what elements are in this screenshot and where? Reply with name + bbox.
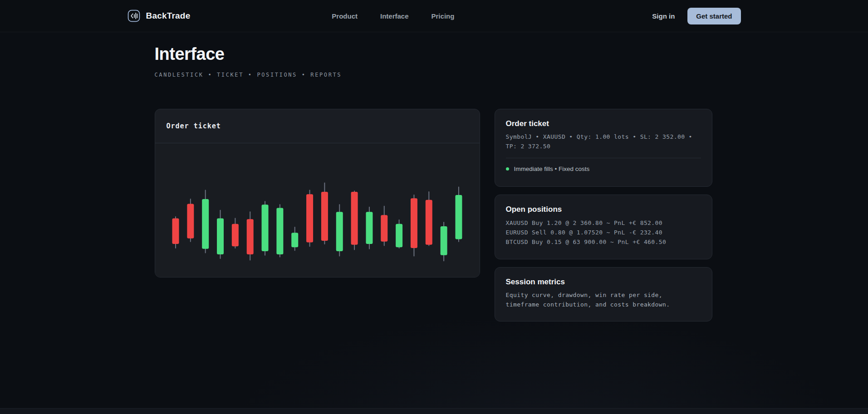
page-subtitle-tags: CANDLESTICK • TICKET • POSITIONS • REPOR…	[155, 72, 714, 78]
candlestick-card-header: Order ticket	[155, 109, 480, 143]
order-ticket-title: Order ticket	[506, 119, 701, 128]
nav-link-pricing[interactable]: Pricing	[432, 12, 455, 20]
brand-logo-icon	[128, 10, 140, 22]
nav-link-interface[interactable]: Interface	[380, 12, 409, 20]
navbar: BackTrade Product Interface Pricing Sign…	[0, 0, 868, 32]
order-ticket-card: Order ticket SymbolJ • XAUUSD • Qty: 1.0…	[495, 109, 712, 187]
order-ticket-status: Immediate fills • Fixed costs	[514, 166, 590, 172]
page-title: Interface	[155, 44, 714, 64]
sign-in-link[interactable]: Sign in	[652, 12, 675, 20]
divider	[506, 158, 701, 158]
nav-links: Product Interface Pricing	[162, 12, 624, 20]
session-metrics-body: Equity curve, drawdown, win rate per sid…	[506, 290, 687, 309]
candlestick-card-title: Order ticket	[167, 122, 221, 130]
session-metrics-card: Session metrics Equity curve, drawdown, …	[495, 267, 712, 321]
session-metrics-title: Session metrics	[506, 278, 701, 287]
position-row: EURUSD Sell 0.80 @ 1.07520 ~ PnL -€ 232.…	[506, 228, 701, 237]
candlestick-card: Order ticket	[155, 109, 480, 278]
open-positions-card: Open positions XAUUSD Buy 1.20 @ 2 360.8…	[495, 195, 712, 259]
status-dot-icon	[506, 167, 509, 170]
get-started-button[interactable]: Get started	[687, 8, 740, 24]
position-row: BTCUSD Buy 0.15 @ 63 900.00 ~ PnL +€ 460…	[506, 237, 701, 247]
nav-link-product[interactable]: Product	[332, 12, 358, 20]
footer-strip	[0, 408, 868, 414]
order-ticket-details: SymbolJ • XAUUSD • Qty: 1.00 lots • SL: …	[506, 132, 696, 151]
open-positions-title: Open positions	[506, 205, 701, 214]
order-ticket-status-row: Immediate fills • Fixed costs	[506, 166, 701, 172]
candlestick-chart	[155, 143, 480, 278]
position-row: XAUUSD Buy 1.20 @ 2 360.80 ~ PnL +€ 852.…	[506, 218, 701, 228]
